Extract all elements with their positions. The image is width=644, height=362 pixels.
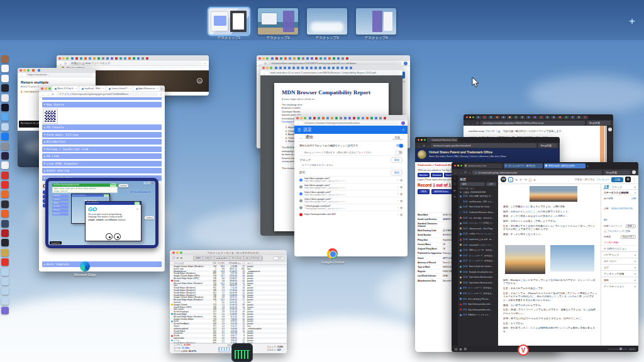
dock-app-icon[interactable] [1, 307, 9, 314]
dock-app-icon[interactable] [1, 75, 9, 82]
tab-favicon[interactable] [297, 57, 300, 60]
tab-favicon[interactable] [311, 57, 313, 60]
dock-app-icon[interactable] [1, 258, 9, 266]
post-image-1[interactable] [530, 186, 577, 202]
site-expand-icon[interactable]: › [397, 206, 398, 209]
tab-favicon[interactable] [279, 67, 282, 69]
tab-favicon[interactable] [271, 57, 274, 60]
history-item[interactable]: 11:45 css - text-align - vertical-al… [458, 215, 498, 221]
accordion-bar[interactable]: ▶GO Console [42, 124, 162, 130]
browser-tab[interactable] [564, 116, 569, 119]
post-content[interactable]: 最後：この写真あたりに見えるんですよね。上隅の窓A。関係：今日はひさしぶりにこっ… [498, 184, 601, 346]
virtual-mid-titlebar[interactable]: https://sio-tami.go.jpReload [72, 194, 109, 197]
tab-favicon[interactable] [97, 57, 100, 60]
virtual-sidebar-item[interactable]: Index [52, 202, 69, 206]
tab-favicon[interactable] [302, 57, 304, 60]
search-field[interactable]: Bing/検索 [604, 170, 630, 175]
tab-favicon[interactable] [328, 67, 330, 69]
sidebar-accordion[interactable]: 抜粋˅ [601, 277, 638, 283]
site-expand-icon[interactable]: › [397, 185, 398, 189]
more-options-icon[interactable]: ⋮ [633, 178, 636, 182]
tab-favicon[interactable] [306, 57, 309, 60]
dock-app-icon[interactable] [1, 210, 9, 217]
virtual-sidebar-item[interactable]: Consol… [52, 209, 69, 212]
allowed-site-row[interactable]: http://docs.google.com/* https://docs.go… [299, 176, 402, 183]
tab-favicon[interactable] [341, 57, 344, 60]
reload-icon[interactable]: ⟳ [52, 92, 54, 96]
tab-block[interactable]: ブロック [611, 185, 622, 189]
tab-favicon[interactable] [335, 117, 338, 119]
tab-favicon[interactable] [336, 67, 339, 69]
allowed-site-row[interactable]: *://mail.google.com/mail* *://mail.googl… [299, 204, 402, 211]
site-more-icon[interactable]: ▤ [400, 185, 402, 189]
quit-process-icon[interactable]: ⊗ [177, 256, 179, 260]
address-bar[interactable]: ファイル | /Users/yasaku/golang/gah.go.html#… [56, 92, 157, 96]
tess-record-button[interactable]: TSDR [418, 189, 430, 194]
settings-gear-icon[interactable]: ⚙ [625, 177, 631, 182]
reload-icon[interactable]: ⟳ [476, 121, 479, 125]
downloads-panel-icon[interactable]: ˅ [452, 182, 458, 188]
dock-app-icon[interactable] [1, 104, 9, 111]
accordion-bar[interactable]: ▶Form Auto. Filling [42, 132, 162, 138]
tess-record-button[interactable]: ASSIGN Status [431, 189, 452, 194]
history-item[interactable]: 11:46 投稿の編集 <株式会社 若… [458, 194, 498, 199]
allowed-site-row[interactable]: https://docs.google.com/* https://docs.g… [299, 190, 402, 197]
address-bar[interactable]: tmsearch.uspto.gov/bin/showfield [431, 143, 536, 148]
tab-favicon[interactable] [80, 57, 82, 60]
reload-icon[interactable]: ⟳ [423, 144, 425, 148]
chrome-settings-window[interactable]: ←Chrome | chrome://settings/content/noti… [294, 115, 408, 256]
browser-tab[interactable] [488, 116, 494, 119]
tab-favicon[interactable] [102, 57, 104, 60]
question-title[interactable]: Return multiple [21, 80, 92, 84]
settings-search-icon[interactable]: ⌕ [402, 128, 404, 132]
address-bar[interactable]: https://stackover… [25, 73, 93, 77]
back-icon[interactable]: ← [263, 71, 266, 75]
browser-tab[interactable] [507, 116, 513, 119]
undo-icon[interactable]: ↶ [519, 178, 522, 182]
history-panel-icon[interactable]: ⟳ [452, 188, 458, 194]
allowed-site-row[interactable]: https://www.youtube.com:443 › ▤ [299, 211, 402, 217]
tab-favicon[interactable] [309, 117, 311, 119]
browser-tab[interactable] [570, 116, 575, 119]
dock-app-icon[interactable] [1, 190, 9, 198]
tab-close-icon[interactable]: ✕ [130, 87, 131, 90]
settings-search-field[interactable]: 検索 [392, 136, 402, 140]
history-item[interactable]: 11:04 How to Scale the Content… [458, 264, 498, 270]
browser-tab[interactable] [576, 116, 582, 119]
add-block-button[interactable]: + [508, 177, 513, 182]
activity-monitor-icon[interactable] [231, 343, 253, 362]
favorites-icon[interactable]: ☆ [160, 92, 162, 96]
post-photo-right[interactable] [550, 245, 594, 272]
process-row[interactable]: Vivaldi Helper (Renderer)8051.13:10.3218… [170, 342, 287, 344]
browser-tab[interactable]: Apple Releases macO… ✕ [133, 86, 160, 91]
process-search-field[interactable]: 検索 [277, 257, 282, 260]
tab-favicon[interactable] [346, 57, 348, 60]
sidebar-accordion[interactable]: カテゴリー˅ [601, 258, 638, 264]
group-expand-icon[interactable]: ▼ [460, 191, 462, 194]
bookmarks-panel-icon[interactable]: ☆ [452, 175, 458, 182]
accordion-bar[interactable]: ▶BlinderText [42, 139, 162, 145]
tab-favicon[interactable] [348, 117, 351, 119]
history-item[interactable]: 11:46 brand-new (上足 関係・既… [458, 237, 498, 243]
dock-app-icon[interactable] [1, 94, 9, 102]
tab-favicon[interactable] [301, 67, 304, 69]
reload-icon[interactable]: ⟳ [464, 170, 467, 174]
dock-app-icon[interactable] [1, 181, 9, 189]
dock-app-icon[interactable] [1, 162, 9, 169]
dock-app-icon[interactable] [1, 123, 9, 131]
tab-favicon[interactable] [106, 57, 109, 60]
history-item[interactable]: 11:17 ダッシュボード - 株式会社… [458, 253, 498, 259]
dock-app-icon[interactable] [1, 239, 9, 246]
tab-favicon[interactable] [293, 57, 296, 60]
notes-panel-icon[interactable]: ✎ [452, 194, 458, 200]
dock-app-icon[interactable] [1, 143, 9, 150]
accordion-bar[interactable]: ▶GO Link [42, 153, 162, 159]
tab-favicon[interactable] [124, 57, 126, 60]
tab-favicon[interactable] [71, 57, 74, 60]
resource-tab[interactable]: メモリ [203, 256, 214, 260]
work-template-bar[interactable]: ▶Work Template [42, 261, 162, 267]
tab-favicon[interactable] [333, 57, 335, 60]
history-item[interactable]: 11:45 How to Scale the Conte… [458, 204, 498, 210]
site-more-icon[interactable]: ▤ [400, 206, 402, 209]
tab-favicon[interactable] [310, 67, 313, 69]
